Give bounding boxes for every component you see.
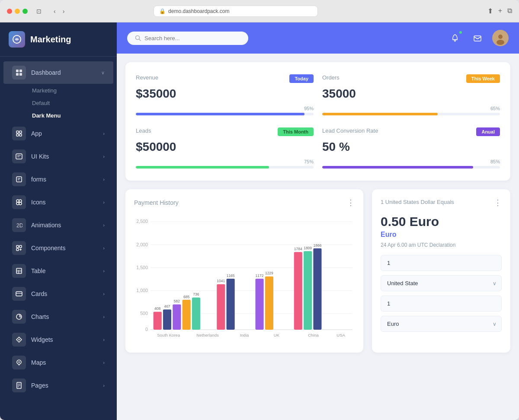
sidebar-item-forms[interactable]: forms › xyxy=(3,168,113,191)
sidebar-item-animations[interactable]: 2D Animations › xyxy=(3,214,113,236)
dashboard-label: Dashboard xyxy=(31,69,101,76)
search-icon xyxy=(135,35,141,41)
sidebar-item-ui-kits[interactable]: UI Kits › xyxy=(3,145,113,168)
currency-card: 1 United States Dollar Equals ⋮ 0.50 Eur… xyxy=(372,189,510,353)
to-amount-input[interactable] xyxy=(381,296,502,312)
bar-chart: 2,500 2,000 1,500 1,000 500 0 xyxy=(134,214,355,344)
table-arrow-icon: › xyxy=(103,268,105,274)
forms-icon xyxy=(12,172,26,186)
bottom-section: Payment History ⋮ 2,500 2,000 1,500 1,00… xyxy=(125,189,510,353)
dashboard-arrow-icon: ∨ xyxy=(101,70,105,76)
chart-header: Payment History ⋮ xyxy=(134,198,355,207)
avatar-image xyxy=(493,31,507,45)
svg-rect-66 xyxy=(183,300,191,330)
sidebar-item-app[interactable]: App › xyxy=(3,122,113,145)
minimize-button[interactable] xyxy=(15,9,20,14)
charts-label: Charts xyxy=(31,313,103,320)
close-button[interactable] xyxy=(7,9,12,14)
svg-rect-8 xyxy=(19,134,22,136)
revenue-progress-fill xyxy=(136,113,304,115)
maximize-button[interactable] xyxy=(22,9,28,14)
new-tab-icon[interactable]: + xyxy=(498,7,502,15)
svg-rect-5 xyxy=(16,131,19,133)
stat-revenue-badge: Today xyxy=(289,74,314,83)
to-currency-select[interactable]: Euro USD GBP JPY xyxy=(381,316,502,332)
svg-text:1784: 1784 xyxy=(294,247,302,251)
pages-arrow-icon: › xyxy=(103,383,105,388)
svg-text:1809: 1809 xyxy=(304,246,312,250)
forward-button[interactable]: › xyxy=(61,7,67,16)
svg-text:736: 736 xyxy=(193,292,199,296)
widgets-icon xyxy=(12,333,26,347)
svg-rect-7 xyxy=(16,134,19,136)
from-currency-select[interactable]: United State Euro GBP JPY xyxy=(381,275,502,291)
sidebar: Marketing Dashboard ∨ xyxy=(0,22,117,420)
leads-progress-fill xyxy=(136,166,269,169)
brand-name-text: Marketing xyxy=(30,35,71,45)
forms-arrow-icon: › xyxy=(103,177,105,182)
submenu-marketing[interactable]: Marketing xyxy=(28,84,117,97)
tabs-icon[interactable]: ⧉ xyxy=(507,7,512,15)
leads-progress-bar xyxy=(136,166,314,169)
chart-menu-icon[interactable]: ⋮ xyxy=(347,198,355,207)
notifications-button[interactable] xyxy=(447,30,463,46)
sidebar-item-pages[interactable]: Pages › xyxy=(3,374,113,397)
topbar xyxy=(117,22,519,54)
bell-icon xyxy=(451,34,459,42)
mail-button[interactable] xyxy=(470,30,485,46)
chart-area: 2,500 2,000 1,500 1,000 500 0 xyxy=(134,214,355,344)
content-area: Revenue Today $35000 95% xyxy=(117,54,519,420)
pages-icon xyxy=(12,379,26,392)
svg-point-32 xyxy=(18,339,20,340)
submenu-dark-menu[interactable]: Dark Menu xyxy=(28,109,117,122)
svg-rect-25 xyxy=(16,268,22,274)
svg-rect-68 xyxy=(192,298,200,330)
svg-text:South Korea: South Korea xyxy=(157,333,180,337)
svg-text:Netherlands: Netherlands xyxy=(196,333,219,337)
sidebar-item-icons[interactable]: Icons › xyxy=(3,191,113,213)
svg-rect-76 xyxy=(265,277,273,330)
cards-label: Cards xyxy=(31,290,103,297)
back-button[interactable]: ‹ xyxy=(52,7,58,16)
stat-card-orders: Orders This Week 35000 65% xyxy=(322,73,500,117)
animations-label: Animations xyxy=(31,222,103,229)
animations-icon: 2D xyxy=(12,218,26,232)
submenu-default[interactable]: Default xyxy=(28,97,117,109)
sidebar-item-table[interactable]: Table › xyxy=(3,260,113,282)
stat-revenue-header: Revenue Today xyxy=(136,74,314,83)
share-icon[interactable]: ⬆ xyxy=(487,7,493,15)
orders-progress-container: 65% xyxy=(322,106,500,115)
user-avatar[interactable] xyxy=(492,30,509,46)
svg-rect-3 xyxy=(16,73,19,76)
revenue-progress-container: 95% xyxy=(136,106,314,115)
svg-point-16 xyxy=(19,200,22,202)
stat-card-conversion: Lead Conversion Rate Anual 50 % 85% xyxy=(322,126,500,170)
svg-text:582: 582 xyxy=(174,299,180,303)
currency-menu-icon[interactable]: ⋮ xyxy=(494,198,502,207)
svg-rect-12 xyxy=(16,177,22,182)
stat-orders-label: Orders xyxy=(322,74,340,81)
from-amount-input[interactable] xyxy=(381,255,502,271)
browser-titlebar: ⊡ ‹ › 🔒 demo.dashboardpack.com ⬆ + ⧉ xyxy=(0,0,519,22)
sidebar-item-charts[interactable]: Charts › xyxy=(3,305,113,328)
svg-rect-74 xyxy=(256,279,264,330)
maps-icon xyxy=(12,356,26,369)
sidebar-item-dashboard[interactable]: Dashboard ∨ xyxy=(3,61,113,84)
pages-label: Pages xyxy=(31,382,103,389)
sidebar-item-components[interactable]: Components › xyxy=(3,237,113,259)
search-bar[interactable] xyxy=(127,32,248,45)
stat-leads-header: Leads This Month xyxy=(136,127,314,137)
search-input[interactable] xyxy=(144,35,231,41)
sidebar-item-cards[interactable]: Cards › xyxy=(3,283,113,305)
svg-text:1229: 1229 xyxy=(265,271,273,275)
address-bar[interactable]: 🔒 demo.dashboardpack.com xyxy=(154,6,318,17)
sidebar-item-maps[interactable]: Maps › xyxy=(3,351,113,374)
sidebar-toggle-icon[interactable]: ⊡ xyxy=(35,7,43,16)
ui-kits-label: UI Kits xyxy=(31,153,103,160)
svg-line-41 xyxy=(139,39,141,41)
brand-logo-icon xyxy=(9,31,25,48)
stat-leads-value: $50000 xyxy=(136,140,314,154)
sidebar-item-widgets[interactable]: Widgets › xyxy=(3,328,113,351)
topbar-icons xyxy=(447,30,509,46)
conversion-progress-container: 85% xyxy=(322,159,500,169)
